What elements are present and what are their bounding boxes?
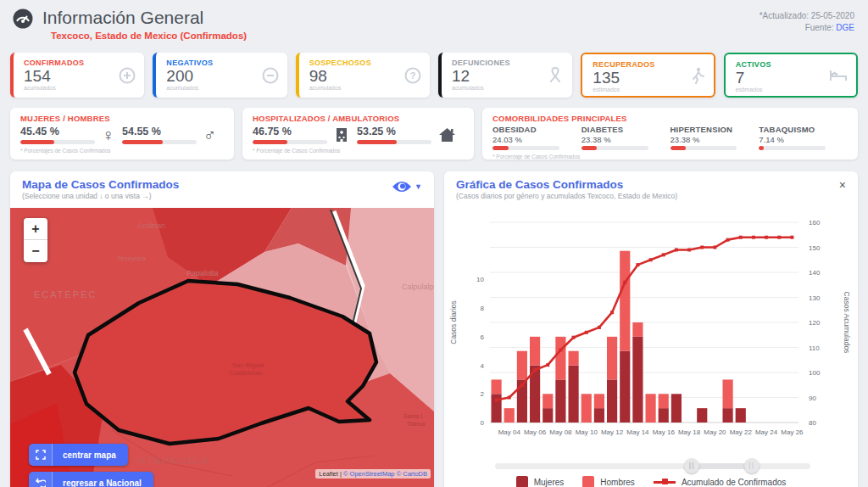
bed-icon <box>829 68 848 83</box>
undo-icon <box>29 472 53 487</box>
svg-text:May 08: May 08 <box>549 428 572 436</box>
zoom-in-button[interactable]: + <box>24 218 47 240</box>
secondary-cards-row: MUJERES / HOMBRES 45.45 % ♀ 54.55 % ♂ * … <box>10 108 858 160</box>
page-header: Información General Texcoco, Estado de M… <box>0 0 868 48</box>
chart-subtitle: (Casos diarios por género y acumulados T… <box>456 192 846 200</box>
zoom-out-button[interactable]: − <box>24 240 47 262</box>
svg-text:80: 80 <box>809 419 816 427</box>
card-sublabel: acumulados <box>166 85 278 91</box>
svg-text:6: 6 <box>481 333 485 341</box>
eye-icon <box>392 180 412 193</box>
slider-handle-right[interactable] <box>744 458 760 473</box>
map-label: Santa I. <box>403 413 424 419</box>
plus-circle-icon <box>119 67 136 84</box>
svg-text:2: 2 <box>481 390 485 398</box>
card-sublabel: estimados <box>593 87 704 92</box>
legend-item-hombres[interactable]: Hombres <box>582 476 635 487</box>
updated-label: *Actualizado: 25-05-2020 <box>760 10 854 22</box>
card-defunciones: DEFUNCIONES 12 acumulados <box>438 53 572 98</box>
card-footnote: * Porcentaje de Casos Confirmados <box>253 148 464 154</box>
chart-range-slider[interactable] <box>495 460 810 472</box>
back-to-national-button[interactable]: regresar a Nacional <box>29 472 153 487</box>
card-footnote: * Porcentajes de Casos Confirmados <box>20 148 224 154</box>
expand-arrows-icon <box>29 444 53 466</box>
svg-text:May 22: May 22 <box>730 428 753 436</box>
page-title: Información General <box>42 8 203 28</box>
card-value: 135 <box>593 69 704 87</box>
map-label: San Miguel <box>232 361 264 369</box>
svg-text:May 14: May 14 <box>626 428 649 436</box>
map-label: ECATEPEC <box>34 289 97 299</box>
walking-person-icon <box>690 67 705 84</box>
card-sublabel: acumulados <box>309 85 421 91</box>
map-panel: Mapa de Casos Confirmados (Seleccione un… <box>10 171 434 487</box>
map-title: Mapa de Casos Confirmados <box>22 178 422 191</box>
hospitalizados-progress-bar <box>253 140 327 144</box>
svg-text:May 12: May 12 <box>601 428 624 436</box>
center-map-button[interactable]: centrar mapa <box>29 444 128 466</box>
chart-panel: Gráfica de Casos Confirmados (Casos diar… <box>444 171 858 487</box>
card-sublabel: acumulados <box>452 85 564 91</box>
chevron-down-icon: ▼ <box>415 182 422 191</box>
map-canvas[interactable]: Acolman Tezoyuca ECATEPEC Papalotla Calp… <box>10 208 434 487</box>
card-hospitalizados-ambulatorios: HOSPITALIZADOS / AMBULATORIOS 46.75 % 53… <box>242 108 474 160</box>
card-title: COMORBILIDADES PRINCIPALES <box>492 114 848 123</box>
svg-text:8: 8 <box>481 305 485 312</box>
page-subtitle: Texcoco, Estado de Mexico (Confirmados) <box>51 31 854 41</box>
hospital-icon <box>334 126 349 143</box>
svg-text:90: 90 <box>809 395 816 402</box>
card-confirmados: CONFIRMADOS 154 acumulados <box>10 53 144 98</box>
card-label: DEFUNCIONES <box>452 59 564 67</box>
card-title: HOSPITALIZADOS / AMBULATORIOS <box>253 114 464 123</box>
hombres-progress-bar <box>122 140 197 144</box>
svg-text:100: 100 <box>809 369 821 377</box>
map-view-dropdown[interactable]: ▼ <box>392 180 422 193</box>
comorbidity-tabaquismo: TABAQUISMO 7.14 % <box>759 125 848 150</box>
comorbidity-bar <box>492 146 559 150</box>
card-title: MUJERES / HOMBRES <box>20 114 224 123</box>
map-zoom-control: + − <box>24 218 47 262</box>
svg-text:Casos Acumulados: Casos Acumulados <box>843 292 851 354</box>
legend-swatch-hombres <box>582 476 594 487</box>
ambulatorios-percentage: 53.25 % <box>357 126 431 137</box>
osm-credit[interactable]: © OpenStreetMap <box>343 470 395 478</box>
map-label: Tezoyuca <box>117 255 146 262</box>
card-label: CONFIRMADOS <box>24 59 136 67</box>
comorbidity-obesidad: OBESIDAD 24.03 % <box>492 125 581 150</box>
map-attribution: Leaflet | © OpenStreetMap © CartoDB <box>315 469 431 479</box>
card-negativos: NEGATIVOS 200 acumulados <box>153 53 287 98</box>
carto-credit[interactable]: © CartoDB <box>395 470 427 478</box>
card-comorbilidades: COMORBILIDADES PRINCIPALES OBESIDAD 24.0… <box>482 108 858 160</box>
source-link[interactable]: DGE <box>836 23 854 32</box>
chart-title: Gráfica de Casos Confirmados <box>456 178 846 191</box>
map-label: Tlahua <box>407 421 426 427</box>
card-recuperados: RECUPERADOS 135 estimados <box>581 53 715 98</box>
svg-text:May 06: May 06 <box>524 428 547 436</box>
svg-text:130: 130 <box>809 294 821 302</box>
legend-item-acumulado[interactable]: Acumulado de Confirmados <box>654 478 786 487</box>
close-icon[interactable]: × <box>839 178 846 192</box>
comorbidity-bar <box>759 146 826 150</box>
legend-swatch-line <box>654 481 676 484</box>
map-label: Coatlinchan <box>229 369 263 377</box>
svg-text:May 04: May 04 <box>498 428 521 436</box>
map-label: Acolman <box>137 221 165 230</box>
svg-text:160: 160 <box>809 219 821 227</box>
slider-handle-left[interactable] <box>684 458 699 473</box>
card-label: NEGATIVOS <box>166 59 278 67</box>
svg-text:May 18: May 18 <box>678 428 701 436</box>
svg-text:?: ? <box>410 70 416 81</box>
legend-item-mujeres[interactable]: Mujeres <box>516 476 565 487</box>
svg-text:0: 0 <box>481 419 485 427</box>
slider-track[interactable] <box>495 463 810 469</box>
svg-text:110: 110 <box>809 344 820 352</box>
female-icon: ♀ <box>102 126 114 143</box>
svg-text:May 24: May 24 <box>755 428 778 436</box>
chart-legend: Mujeres Hombres Acumulado de Confirmados <box>448 476 854 487</box>
minus-circle-icon <box>262 67 279 84</box>
combo-chart: 80901001101201301401501600246810May 04Ma… <box>448 209 854 455</box>
svg-text:Casos diarios: Casos diarios <box>449 300 458 344</box>
mujeres-percentage: 45.45 % <box>20 126 95 137</box>
leaflet-credit[interactable]: Leaflet <box>319 470 338 478</box>
comorbidity-bar <box>670 146 737 150</box>
